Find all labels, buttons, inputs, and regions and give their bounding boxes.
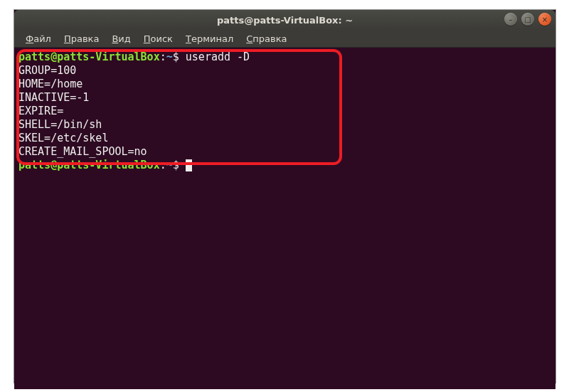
terminal-body[interactable]: patts@patts-VirtualBox:~$ useradd -D GRO… xyxy=(14,48,555,389)
maximize-icon: □ xyxy=(524,16,531,23)
prompt-dollar: $ xyxy=(173,51,179,63)
maximize-button[interactable]: □ xyxy=(521,13,534,26)
output-line: EXPIRE= xyxy=(18,105,63,117)
prompt-path: ~ xyxy=(166,51,173,63)
window-title: patts@patts-VirtualBox: ~ xyxy=(217,15,353,26)
close-button[interactable]: × xyxy=(538,13,551,26)
menubar: Файл Правка Вид Поиск Терминал Справка xyxy=(14,30,555,48)
menu-search[interactable]: Поиск xyxy=(138,32,179,46)
prompt-path: ~ xyxy=(166,159,173,171)
menu-file[interactable]: Файл xyxy=(20,32,57,46)
menu-help[interactable]: Справка xyxy=(240,32,292,46)
output-line: GROUP=100 xyxy=(18,64,76,77)
titlebar: patts@patts-VirtualBox: ~ – □ × xyxy=(14,10,555,30)
prompt-dollar: $ xyxy=(173,159,179,171)
minimize-button[interactable]: – xyxy=(504,13,517,26)
menu-terminal[interactable]: Терминал xyxy=(180,32,239,46)
output-line: SKEL=/etc/skel xyxy=(18,132,108,144)
prompt-colon: : xyxy=(160,159,166,171)
output-line: HOME=/home xyxy=(18,78,83,90)
output-line: INACTIVE=-1 xyxy=(18,91,89,104)
prompt-user-host: patts@patts-VirtualBox xyxy=(18,51,160,63)
terminal-window: patts@patts-VirtualBox: ~ – □ × Файл Пра… xyxy=(14,9,556,383)
output-line: SHELL=/bin/sh xyxy=(18,118,102,131)
minimize-icon: – xyxy=(509,16,513,23)
cursor-icon xyxy=(186,159,192,171)
window-controls: – □ × xyxy=(504,13,551,26)
prompt-user-host: patts@patts-VirtualBox xyxy=(18,159,160,171)
menu-view[interactable]: Вид xyxy=(106,32,136,46)
close-icon: × xyxy=(542,16,548,23)
output-line: CREATE_MAIL_SPOOL=no xyxy=(18,145,147,158)
prompt-colon: : xyxy=(160,51,166,63)
command-text: useradd -D xyxy=(179,51,250,63)
menu-edit[interactable]: Правка xyxy=(58,32,105,46)
